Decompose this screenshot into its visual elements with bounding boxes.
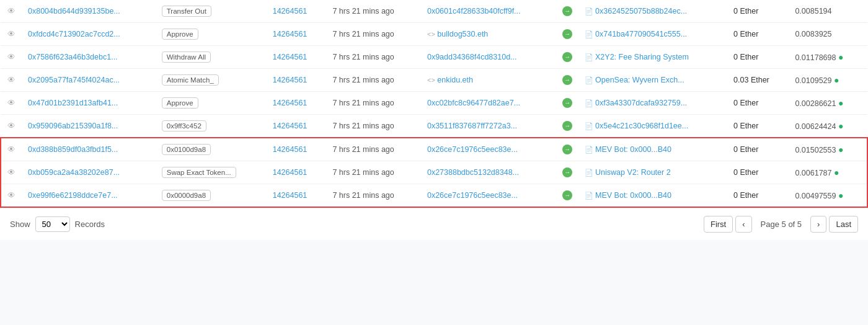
next-page-button[interactable]: ›: [810, 216, 826, 233]
pagination-bar: Show 50 25 100 Records First ‹ Page 5 of…: [0, 208, 868, 240]
from-link[interactable]: 0x27388bdbc5132d8348...: [427, 168, 519, 177]
to-link[interactable]: MEV Bot: 0x000...B40: [595, 191, 671, 200]
transactions-table-container: 👁 0x8004bd644d939135be... Transfer Out 1…: [0, 0, 868, 240]
to-link[interactable]: 0xf3a43307dcafa932759...: [595, 99, 687, 107]
tx-hash-link[interactable]: 0xe99f6e62198ddce7e7...: [28, 191, 118, 200]
block-link[interactable]: 14264561: [273, 53, 308, 61]
fee-cell: 0.0083925: [789, 23, 867, 46]
eye-cell: 👁: [1, 184, 22, 208]
arrow-cell: →: [556, 115, 578, 138]
tx-hash-link[interactable]: 0xd388b859df0a3fbd1f5...: [28, 145, 118, 154]
eye-icon[interactable]: 👁: [7, 76, 16, 84]
tx-hash-cell: 0xe99f6e62198ddce7e7...: [22, 184, 156, 208]
table-row: 👁 0xfdcd4c713902ac7ccd2... Approve 14264…: [1, 23, 867, 46]
from-link[interactable]: enkidu.eth: [437, 76, 473, 84]
from-link[interactable]: 0x3511f837687ff7272a3...: [427, 122, 517, 130]
green-dot-icon: ●: [838, 145, 843, 154]
age-cell: 7 hrs 21 mins ago: [326, 69, 421, 92]
block-link[interactable]: 14264561: [273, 168, 308, 177]
tx-hash-cell: 0xb059ca2a4a38202e87...: [22, 161, 156, 184]
fee-cell: 0.0061787 ●: [789, 161, 867, 184]
block-link[interactable]: 14264561: [273, 76, 308, 84]
eye-icon[interactable]: 👁: [7, 145, 16, 154]
transactions-table: 👁 0x8004bd644d939135be... Transfer Out 1…: [0, 0, 868, 208]
arrow-cell: →: [556, 138, 578, 161]
tx-hash-cell: 0x7586f623a46b3debc1...: [22, 46, 156, 69]
block-cell: 14264561: [267, 115, 327, 138]
tx-hash-link[interactable]: 0x7586f623a46b3debc1...: [28, 53, 118, 61]
to-link[interactable]: Uniswap V2: Router 2: [595, 168, 671, 177]
eye-icon[interactable]: 👁: [7, 168, 16, 177]
tx-hash-link[interactable]: 0xb059ca2a4a38202e87...: [28, 168, 120, 177]
from-link[interactable]: 0x26ce7c1976c5eec83e...: [427, 191, 518, 200]
contract-doc-icon: 📄: [585, 76, 593, 84]
eye-icon[interactable]: 👁: [7, 99, 16, 107]
method-badge: 0x0100d9a8: [162, 144, 211, 155]
records-per-page-select[interactable]: 50 25 100: [35, 216, 70, 232]
block-link[interactable]: 14264561: [273, 122, 308, 130]
direction-arrow-icon: →: [562, 29, 572, 39]
value-cell: 0.03 Ether: [727, 69, 789, 92]
age-cell: 7 hrs 21 mins ago: [326, 115, 421, 138]
eye-icon[interactable]: 👁: [7, 30, 16, 38]
tx-hash-link[interactable]: 0xfdcd4c713902ac7ccd2...: [28, 30, 120, 38]
tx-hash-link[interactable]: 0x47d01b2391d13afb41...: [28, 99, 118, 107]
eye-icon[interactable]: 👁: [7, 53, 16, 61]
fee-cell: 0.0109529 ●: [789, 69, 867, 92]
fee-cell: 0.00624424 ●: [789, 115, 867, 138]
age-cell: 7 hrs 21 mins ago: [326, 23, 421, 46]
green-dot-icon: ●: [838, 190, 843, 200]
contract-doc-icon: 📄: [585, 99, 593, 107]
contract-doc-icon: 📄: [585, 192, 593, 200]
to-link[interactable]: 0x5e4c21c30c968f1d1ee...: [595, 122, 688, 130]
from-link[interactable]: 0x0601c4f28633b40fcff9f...: [427, 7, 521, 16]
eye-icon[interactable]: 👁: [7, 7, 16, 16]
eye-icon[interactable]: 👁: [7, 122, 16, 130]
arrow-cell: →: [556, 184, 578, 208]
block-link[interactable]: 14264561: [273, 99, 308, 107]
to-link[interactable]: 0x741ba477090541c555...: [595, 30, 687, 38]
to-cell: 📄 Uniswap V2: Router 2: [578, 161, 727, 184]
method-badge: 0x9ff3c452: [162, 120, 206, 131]
prev-page-button[interactable]: ‹: [735, 216, 751, 233]
to-link[interactable]: X2Y2: Fee Sharing System: [595, 53, 689, 61]
green-dot-icon: ●: [838, 98, 843, 108]
value-cell: 0 Ether: [727, 184, 789, 208]
to-cell: 📄 0xf3a43307dcafa932759...: [578, 92, 727, 115]
tx-hash-link[interactable]: 0x959096ab215390a1f8...: [28, 122, 118, 130]
fee-cell: 0.00286621 ●: [789, 92, 867, 115]
block-link[interactable]: 14264561: [273, 30, 308, 38]
to-link[interactable]: MEV Bot: 0x000...B40: [595, 145, 671, 154]
from-link[interactable]: 0x9add34368f4cd8310d...: [427, 53, 517, 61]
from-link[interactable]: 0x26ce7c1976c5eec83e...: [427, 145, 518, 154]
table-row: 👁 0xe99f6e62198ddce7e7... 0x0000d9a8 142…: [1, 184, 867, 208]
age-cell: 7 hrs 21 mins ago: [326, 138, 421, 161]
method-cell: Approve: [156, 23, 267, 46]
to-cell: 📄 X2Y2: Fee Sharing System: [578, 46, 727, 69]
to-cell: 📄 MEV Bot: 0x000...B40: [578, 138, 727, 161]
arrow-cell: →: [556, 161, 578, 184]
block-link[interactable]: 14264561: [273, 191, 308, 200]
tx-hash-link[interactable]: 0x8004bd644d939135be...: [28, 7, 120, 16]
from-link[interactable]: 0xc02bfc8c96477d82ae7...: [427, 99, 520, 107]
block-link[interactable]: 14264561: [273, 7, 308, 16]
block-link[interactable]: 14264561: [273, 145, 308, 154]
tx-hash-link[interactable]: 0x2095a77fa745f4024ac...: [28, 76, 120, 84]
arrow-cell: →: [556, 23, 578, 46]
table-row: 👁 0xb059ca2a4a38202e87... Swap Exact Tok…: [1, 161, 867, 184]
from-link[interactable]: bulldog530.eth: [437, 30, 488, 38]
tx-hash-cell: 0xfdcd4c713902ac7ccd2...: [22, 23, 156, 46]
first-page-button[interactable]: First: [704, 216, 733, 233]
eye-icon[interactable]: 👁: [7, 191, 16, 200]
eye-cell: 👁: [1, 92, 22, 115]
method-cell: Atomic Match_: [156, 69, 267, 92]
to-link[interactable]: 0x3624525075b88b24ec...: [595, 7, 687, 16]
to-cell: 📄 0x3624525075b88b24ec...: [578, 0, 727, 23]
contract-doc-icon: 📄: [585, 122, 593, 130]
to-link[interactable]: OpenSea: Wyvern Exch...: [595, 76, 684, 84]
age-cell: 7 hrs 21 mins ago: [326, 46, 421, 69]
table-row: 👁 0x47d01b2391d13afb41... Approve 142645…: [1, 92, 867, 115]
last-page-button[interactable]: Last: [829, 216, 858, 233]
age-cell: 7 hrs 21 mins ago: [326, 161, 421, 184]
tx-hash-cell: 0x2095a77fa745f4024ac...: [22, 69, 156, 92]
